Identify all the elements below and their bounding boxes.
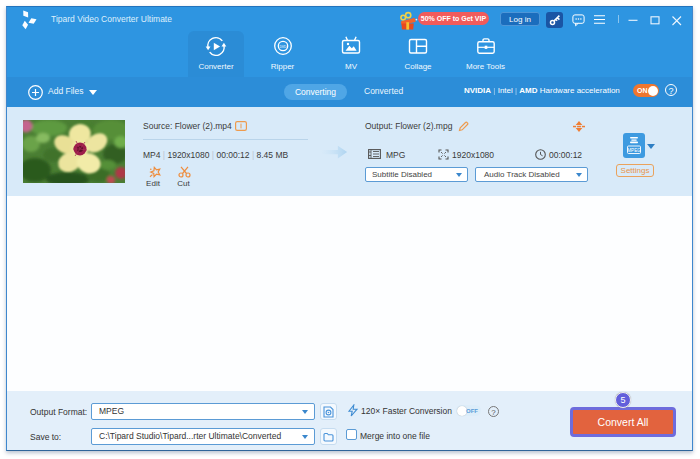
svg-text:MPEG: MPEG bbox=[627, 148, 641, 153]
svg-text:DVD: DVD bbox=[279, 45, 287, 49]
